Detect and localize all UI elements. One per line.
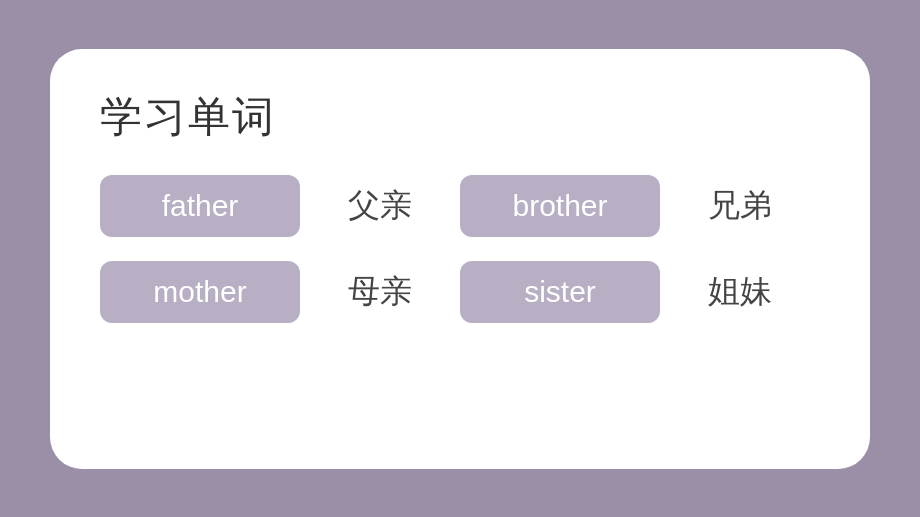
translation-brother: 兄弟 [680,184,800,228]
word-badge-sister[interactable]: sister [460,261,660,323]
translation-sister: 姐妹 [680,270,800,314]
word-badge-father[interactable]: father [100,175,300,237]
word-badge-mother[interactable]: mother [100,261,300,323]
translation-mother: 母亲 [320,270,440,314]
translation-father: 父亲 [320,184,440,228]
words-grid: father 父亲 brother 兄弟 mother 母亲 sister 姐妹 [100,175,820,323]
vocabulary-card: 学习单词 father 父亲 brother 兄弟 mother 母亲 sist… [50,49,870,469]
page-title: 学习单词 [100,89,820,145]
word-badge-brother[interactable]: brother [460,175,660,237]
